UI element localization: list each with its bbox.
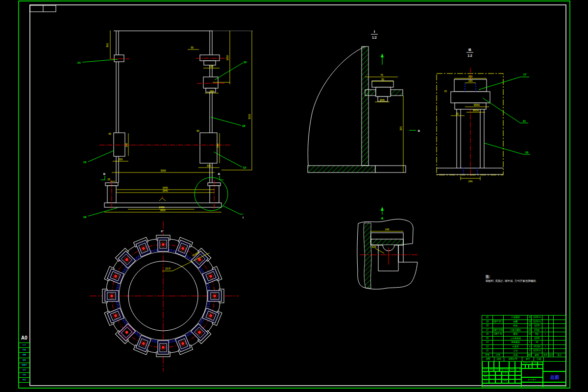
bom-cell-name: 上支承垫板 <box>504 337 528 341</box>
bom-cell-no: 15 <box>482 337 493 341</box>
bom-cell-material: Q235 <box>532 337 542 341</box>
dim-text: 40 <box>108 132 111 135</box>
bom-cell-weight-each: / <box>542 328 549 333</box>
section-flag-b-left: B <box>103 172 106 175</box>
bom-header-cell: 备注 <box>554 353 566 358</box>
bom-cell-remark <box>554 316 566 320</box>
dim-text: 160 <box>468 79 473 82</box>
bom-cell-no: 18 <box>482 324 493 328</box>
bom-cell-code: GB/T 41 <box>493 332 504 337</box>
part-leader-label: 13 <box>83 161 87 164</box>
bom-cell-weight-total <box>549 324 554 328</box>
margin-strip-row: 标记 <box>19 343 30 347</box>
drawing-note: 注: 装配时, 先找正, 调平后, 方可拧紧连接螺栓. <box>486 274 537 283</box>
bom-cell-material: HT200 <box>532 345 542 349</box>
dim-text: 240 <box>210 90 214 93</box>
stage-label: 阶段标记 <box>521 361 532 365</box>
note-head: 注: <box>486 274 537 279</box>
note-body: 装配时, 先找正, 调平后, 方可拧紧连接螺栓. <box>486 279 537 283</box>
dim-text: 60 <box>196 129 199 132</box>
bom-cell-weight-each <box>542 337 549 341</box>
bom-header-cell: 总计 <box>549 353 554 358</box>
dim-text: 3000 <box>160 169 166 172</box>
section-view-title: A <box>381 217 383 220</box>
title-block: 标记 处数 分区 更改文件号 签名 年、月、日 设计 标准化 审核 工艺 批准 … <box>482 361 566 387</box>
dim-text: 140 <box>385 228 390 231</box>
dim-text: 240 <box>468 180 473 183</box>
dim-text: 240 <box>216 144 219 148</box>
change-header-cell: 签名 <box>509 368 515 371</box>
bom-cell-code: GB/T 97.1 <box>493 320 504 324</box>
sheets-label: 共 张 第 张 <box>521 377 543 382</box>
bom-cell-qty: 1 <box>528 337 532 341</box>
margin-strip-row: 描图 <box>19 352 30 357</box>
front-view: 800 55 120 240 1050 3150 40 240 320 60 2… <box>77 30 253 219</box>
margin-strip-row: 日期 <box>19 372 30 377</box>
datum-label: 0° <box>161 230 164 233</box>
bom-row: 14 调整螺母 4 45 <box>482 341 566 345</box>
bom-cell-material: Q235 <box>532 324 542 328</box>
sign-label <box>502 375 509 379</box>
bom-header-cell: 序号 <box>482 353 493 358</box>
bom-cell-qty: 4 <box>528 349 532 353</box>
bom-row: 20 六角螺母 16 Q235-A <box>482 316 566 320</box>
cad-drawing-sheet: 800 55 120 240 1050 3150 40 240 320 60 2… <box>0 0 588 392</box>
bom-cell-code: GB/T 5782 <box>493 328 504 333</box>
dim-text: Ø260 <box>474 103 480 106</box>
bom-row: 12 立柱 4 Q235-A / <box>482 349 566 353</box>
dim-text: 330 <box>207 164 211 167</box>
dim-text: Ø200 <box>473 109 479 112</box>
bom-cell-name: 六角头螺栓 <box>504 328 528 333</box>
bom-cell-remark <box>554 320 566 324</box>
bom-cell-weight-total <box>549 349 554 353</box>
dim-text: 3600 <box>160 209 165 212</box>
bom-cell-material: 8.8级 <box>532 328 542 333</box>
section-flag-b: B <box>418 129 420 132</box>
bom-row: 16 GB/T 41 螺母 16 8级 / <box>482 332 566 337</box>
bom-cell-qty: 4 <box>528 345 532 349</box>
bom-header-row: 序号 代号 名称 数量 材料 单件 总计 备注 <box>482 353 566 358</box>
part-leader-label: 17 <box>523 73 527 76</box>
change-header-cell: 标记 <box>482 368 489 371</box>
bom-cell-material: Q235-A <box>532 349 542 353</box>
bom-cell-material: 8级 <box>532 332 542 337</box>
part-leader-label: 12 <box>243 166 246 169</box>
dim-text: 15 <box>444 90 447 93</box>
bom-cell-qty: 16 <box>528 332 532 337</box>
bom-header-cell: 单件 <box>542 353 549 358</box>
bom-cell-name: 六角螺母 <box>504 316 528 320</box>
bom-cell-weight-total <box>549 328 554 333</box>
bom-cell-name: 立柱 <box>504 349 528 353</box>
part-leader-label: 11 <box>523 120 526 122</box>
bom-cell-weight-total <box>549 337 554 341</box>
change-header-cell: 处数 <box>489 368 494 371</box>
bom-row: 17 GB/T 5782 六角头螺栓 16 8.8级 / <box>482 328 566 333</box>
change-header-cell: 更改文件号 <box>499 368 509 371</box>
bom-cell-qty: 16 <box>528 320 532 324</box>
bom-header-cell: 代号 <box>493 353 504 358</box>
bom-cell-remark <box>554 345 566 349</box>
bom-cell-name: 垫圈 <box>504 320 528 324</box>
bom-table: 20 六角螺母 16 Q235-A 19 GB/T 97.1 垫圈 16 Q23… <box>482 315 566 362</box>
margin-strip-row: 审核 <box>19 377 30 382</box>
sign-label: 工艺 <box>482 379 489 383</box>
bom-cell-weight-each: / <box>542 332 549 337</box>
bom-cell-weight-total <box>549 345 554 349</box>
bom-cell-code <box>493 341 504 345</box>
bom-cell-name: 螺母 <box>504 332 528 337</box>
dim-text: 1050 <box>226 55 229 60</box>
part-leader-label: 15 <box>244 61 247 64</box>
bom-cell-no: 13 <box>482 345 493 349</box>
bom-cell-weight-total <box>549 332 554 337</box>
bom-cell-code <box>493 337 504 341</box>
sign-label: 审核 <box>482 375 489 379</box>
dim-text: 120 <box>209 65 214 68</box>
bom-cell-code <box>493 316 504 320</box>
bom-cell-material: 45 <box>532 341 542 345</box>
margin-strip-row: 描校 <box>19 358 30 363</box>
dim-text: 3150 <box>248 114 251 119</box>
part-leader-label: 10 <box>525 151 529 154</box>
bom-cell-weight-total <box>549 316 554 320</box>
dim-text: 300 <box>468 75 473 78</box>
side-view-title: B <box>468 48 471 52</box>
